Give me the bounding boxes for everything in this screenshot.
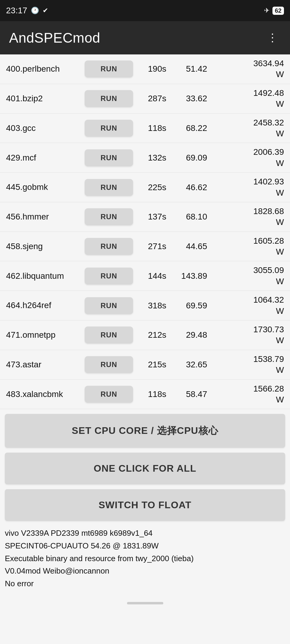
benchmark-score: 68.22 [169,123,209,133]
benchmark-name: 403.gcc [6,123,85,134]
table-row: 471.omnetpp RUN 212s 29.48 1730.73W [0,320,290,350]
benchmark-score: 58.47 [169,389,209,399]
benchmark-score: 32.65 [169,360,209,369]
run-button-2[interactable]: RUN [85,120,133,137]
benchmark-time: 271s [133,242,169,251]
benchmark-name: 473.astar [6,359,85,370]
run-button-9[interactable]: RUN [85,327,133,343]
run-button-8[interactable]: RUN [85,297,133,314]
set-cpu-core-button[interactable]: SET CPU CORE / 选择CPU核心 [5,414,285,448]
check-icon: ✔ [43,7,48,15]
table-row: 400.perlbench RUN 190s 51.42 3634.94W [0,54,290,84]
benchmark-power: 1538.79W [209,354,284,376]
run-button-10[interactable]: RUN [85,356,133,373]
benchmark-score: 29.48 [169,330,209,340]
benchmark-time: 287s [133,94,169,103]
benchmark-power: 3055.09W [209,265,284,287]
table-row: 445.gobmk RUN 225s 46.62 1402.93W [0,173,290,202]
benchmark-score: 46.62 [169,183,209,192]
table-row: 464.h264ref RUN 318s 69.59 1064.32W [0,291,290,320]
benchmark-score: 143.89 [169,271,209,281]
benchmark-name: 458.sjeng [6,241,85,252]
benchmark-time: 212s [133,330,169,340]
benchmark-time: 318s [133,301,169,311]
footer-line-5: No error [5,577,285,590]
footer-info: vivo V2339A PD2339 mt6989 k6989v1_64 SPE… [0,521,290,599]
benchmark-power: 1492.48W [209,88,284,110]
table-row: 403.gcc RUN 118s 68.22 2458.32W [0,114,290,143]
status-bar-left: 23:17 🕐 ✔ [6,6,48,15]
benchmark-name: 429.mcf [6,152,85,163]
footer-line-2: SPECINT06-CPUAUTO 54.26 @ 1831.89W [5,540,285,552]
run-button-1[interactable]: RUN [85,90,133,107]
table-row: 429.mcf RUN 132s 69.09 2006.39W [0,143,290,173]
table-row: 401.bzip2 RUN 287s 33.62 1492.48W [0,84,290,114]
status-bar: 23:17 🕐 ✔ ✈ 62 [0,0,290,21]
benchmark-name: 445.gobmk [6,182,85,193]
content-area: 400.perlbench RUN 190s 51.42 3634.94W 40… [0,54,290,644]
benchmark-power: 1064.32W [209,294,284,317]
benchmark-power: 1605.28W [209,236,284,258]
benchmark-time: 190s [133,64,169,74]
one-click-all-button[interactable]: ONE CLICK FOR ALL [5,453,285,484]
benchmark-time: 215s [133,360,169,369]
run-button-7[interactable]: RUN [85,268,133,285]
table-row: 462.libquantum RUN 144s 143.89 3055.09W [0,261,290,291]
table-row: 483.xalancbmk RUN 118s 58.47 1566.28W [0,380,290,409]
scroll-indicator [127,602,163,604]
app-title: AndSPECmod [9,30,100,46]
switch-to-float-button[interactable]: SWITCH TO FLOAT [5,489,285,521]
benchmark-power: 1566.28W [209,383,284,405]
benchmark-score: 51.42 [169,64,209,74]
benchmark-list: 400.perlbench RUN 190s 51.42 3634.94W 40… [0,54,290,409]
benchmark-name: 401.bzip2 [6,93,85,104]
benchmark-score: 68.10 [169,212,209,222]
benchmark-name: 464.h264ref [6,300,85,311]
benchmark-time: 118s [133,123,169,133]
benchmark-time: 118s [133,389,169,399]
benchmark-score: 33.62 [169,94,209,103]
action-buttons: SET CPU CORE / 选择CPU核心 ONE CLICK FOR ALL… [0,409,290,521]
footer-line-1: vivo V2339A PD2339 mt6989 k6989v1_64 [5,527,285,540]
benchmark-time: 144s [133,271,169,281]
status-bar-right: ✈ 62 [264,7,284,15]
run-button-0[interactable]: RUN [85,60,133,77]
table-row: 473.astar RUN 215s 32.65 1538.79W [0,350,290,380]
benchmark-power: 1730.73W [209,324,284,346]
benchmark-power: 2006.39W [209,147,284,169]
benchmark-time: 225s [133,183,169,192]
app-bar: AndSPECmod ⋮ [0,21,290,54]
run-button-5[interactable]: RUN [85,208,133,225]
benchmark-score: 69.59 [169,301,209,311]
benchmark-name: 471.omnetpp [6,330,85,340]
table-row: 456.hmmer RUN 137s 68.10 1828.68W [0,202,290,232]
benchmark-name: 456.hmmer [6,211,85,222]
footer-line-4: V0.04mod Weibo@ioncannon [5,565,285,577]
time-display: 23:17 [6,6,27,15]
benchmark-score: 69.09 [169,153,209,163]
benchmark-power: 2458.32W [209,117,284,139]
benchmark-power: 1828.68W [209,206,284,228]
benchmark-name: 483.xalancbmk [6,389,85,400]
run-button-3[interactable]: RUN [85,149,133,166]
benchmark-time: 137s [133,212,169,222]
footer-line-3: Executable binary and resource from twy_… [5,552,285,565]
run-button-11[interactable]: RUN [85,386,133,403]
battery-display: 62 [272,7,284,15]
benchmark-name: 462.libquantum [6,271,85,281]
benchmark-time: 132s [133,153,169,163]
benchmark-name: 400.perlbench [6,63,85,74]
table-row: 458.sjeng RUN 271s 44.65 1605.28W [0,232,290,262]
run-button-6[interactable]: RUN [85,238,133,255]
clock-icon: 🕐 [31,7,39,15]
benchmark-power: 3634.94W [209,58,284,80]
more-options-icon[interactable]: ⋮ [264,28,281,47]
airplane-icon: ✈ [264,7,269,15]
benchmark-power: 1402.93W [209,176,284,198]
run-button-4[interactable]: RUN [85,179,133,196]
benchmark-score: 44.65 [169,242,209,251]
